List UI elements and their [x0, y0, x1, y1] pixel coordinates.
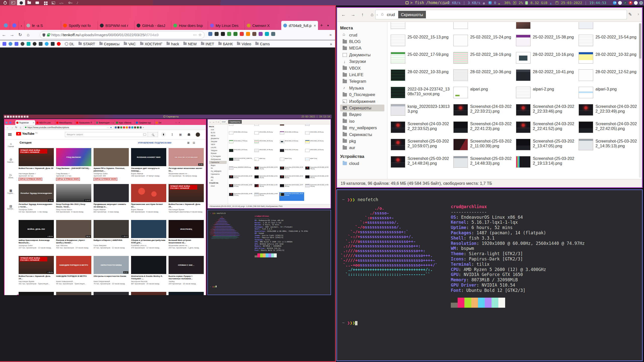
- file-item[interactable]: 28-02-2022_10-33.png: [390, 69, 452, 85]
- chevron-up-icon[interactable]: [550, 1, 553, 4]
- file-item[interactable]: 25-02-2022_12-14.png: [515, 22, 577, 33]
- mic-muted-icon[interactable]: [483, 1, 486, 4]
- sidebar-item-aur[interactable]: aur: [340, 145, 387, 151]
- browser-tab[interactable]: d704a9_full.p×: [281, 21, 318, 30]
- bookmark-favicon-2[interactable]: [9, 42, 12, 46]
- file-item[interactable]: Screenshot-(24-03-2022_22:33:49).png: [578, 103, 639, 120]
- file-item[interactable]: ksnip_20220323-130133.png: [390, 103, 452, 120]
- sidebar-item-Загрузки[interactable]: Загрузки: [340, 58, 387, 65]
- workspace-power[interactable]: [1, 0, 9, 6]
- sidebar-item-pkg[interactable]: pkg: [340, 138, 387, 144]
- home-button[interactable]: ⌂: [24, 32, 32, 37]
- browser-tab[interactable]: Сменил X: [245, 21, 281, 30]
- workspace-terminal[interactable]: [9, 0, 17, 6]
- fm-scrollbar-thumb[interactable]: [639, 23, 641, 59]
- sidebar-item-0_Последнее[interactable]: 0_Последнее: [340, 92, 387, 98]
- volume-icon[interactable]: [499, 1, 502, 4]
- firefox-titlebar[interactable]: ‹ le -a SSpotify not foBSPWM not rGitHub…: [0, 6, 335, 30]
- sidebar-item-Telegram[interactable]: Telegram: [340, 78, 387, 85]
- workspace-chat[interactable]: [33, 0, 41, 6]
- file-item[interactable]: Screenshot-(25-03-2022_11:00:39).png: [453, 138, 514, 155]
- tracking-shield-icon[interactable]: [43, 33, 45, 37]
- workspace-code[interactable]: [57, 0, 65, 6]
- bookmark-item[interactable]: hack: [167, 42, 179, 46]
- sidebar-item-MEGA[interactable]: MEGA: [340, 45, 387, 52]
- workspace-key[interactable]: [65, 0, 73, 6]
- breadcrumb-current[interactable]: Скриншоты: [398, 11, 426, 18]
- bookmark-favicon-7[interactable]: [39, 42, 43, 46]
- extension-icon-1[interactable]: [208, 32, 212, 36]
- thermometer-tray-icon[interactable]: [618, 1, 622, 5]
- file-item[interactable]: Screenshot-(24-03-2022_22:41:52).png: [515, 121, 577, 137]
- workspace-windows[interactable]: [41, 0, 49, 6]
- file-item[interactable]: Screenshot-(25-03-2022_19:13:14).png: [515, 155, 577, 172]
- bookmark-favicon-1[interactable]: [3, 42, 6, 46]
- sidebar-item-iso[interactable]: iso: [340, 118, 387, 124]
- pinned-tab-mastodon[interactable]: [10, 21, 19, 30]
- bookmark-item[interactable]: START: [78, 42, 95, 46]
- extension-icon-9[interactable]: [259, 32, 263, 36]
- file-item[interactable]: alpari-3.png: [578, 86, 639, 103]
- browser-tab[interactable]: How does bsp: [171, 21, 208, 30]
- bookmark-item[interactable]: VAC: [124, 42, 136, 46]
- workspace-folder[interactable]: [25, 0, 33, 6]
- pinned-tab-endeavouros[interactable]: [2, 21, 10, 30]
- path-forward-icon[interactable]: ›: [638, 12, 639, 16]
- bookmark-favicon-6[interactable]: [33, 42, 36, 46]
- browser-tab[interactable]: le -a S: [24, 21, 61, 30]
- tab-list-icon[interactable]: ▾: [325, 21, 331, 30]
- file-item[interactable]: alpari.png: [453, 86, 514, 103]
- file-item[interactable]: 24-02-2022_21-34.png: [390, 22, 452, 33]
- bookmark-item[interactable]: Cams: [255, 42, 270, 46]
- notification-icon[interactable]: [489, 1, 492, 4]
- file-item[interactable]: 28-02-2022_12-52.png: [578, 69, 639, 85]
- file-item[interactable]: Screenshot-(25-03-2022_14:48:33).png: [453, 155, 514, 172]
- workspace-music[interactable]: [73, 0, 82, 6]
- extension-icon-4[interactable]: [227, 32, 231, 36]
- file-item[interactable]: 25-02-2022_15-24.png: [453, 34, 514, 51]
- bookmark-item[interactable]: Сервисы: [99, 42, 119, 46]
- extension-icon-3[interactable]: [221, 32, 225, 36]
- sidebar-item-VBOX[interactable]: VBOX: [340, 65, 387, 71]
- terminal-window[interactable]: ~ ❯❯❯ neofetch ./o. ./sssso- `:osssssss+…: [336, 189, 643, 361]
- pin-tray-icon[interactable]: [634, 1, 638, 5]
- file-item[interactable]: Screenshot-(24-03-2022_22:33:21).png: [453, 103, 514, 120]
- bookmark-favicon-3[interactable]: [15, 42, 18, 46]
- bookmark-star-icon[interactable]: ☆: [198, 33, 202, 37]
- new-tab-button[interactable]: +: [318, 21, 325, 30]
- reload-button[interactable]: ↻: [16, 32, 24, 37]
- workspace-image[interactable]: [49, 0, 57, 6]
- sidebar-item-crud[interactable]: crud: [340, 32, 387, 38]
- network-tray-icon[interactable]: ▾: [639, 1, 643, 5]
- sidebar-item-Скринкасты[interactable]: Скринкасты: [340, 131, 387, 138]
- device-item-cloud[interactable]: cloud: [340, 160, 387, 167]
- file-item[interactable]: 25-02-2022_17-59.png: [390, 51, 452, 68]
- extension-icon-5[interactable]: [233, 32, 237, 36]
- shield-check-tray-icon[interactable]: ✓: [623, 1, 627, 5]
- bookmark-item[interactable]: DL: [65, 42, 74, 46]
- bookmark-item[interactable]: БАНК: [218, 42, 233, 46]
- sidebar-item-Видео[interactable]: Видео: [340, 111, 387, 118]
- browser-tab[interactable]: BSPWM not r: [98, 21, 134, 30]
- extension-icon-11[interactable]: [271, 32, 275, 36]
- file-item[interactable]: 2022-03-24-223742_1308x710_scrot.png: [390, 86, 452, 103]
- bookmark-item[interactable]: INET: [201, 42, 214, 46]
- extension-icon-6[interactable]: [240, 32, 244, 36]
- extension-icon-2[interactable]: [215, 32, 219, 36]
- file-item[interactable]: 25-02-2022_13-11.png: [578, 22, 639, 33]
- file-item[interactable]: Screenshot-(24-03-2022_22:41:23).png: [453, 121, 514, 137]
- sidebar-item-Музыка[interactable]: Музыка: [340, 85, 387, 91]
- extension-icon-7[interactable]: [246, 32, 250, 36]
- file-item[interactable]: 24-03-2022_20-43.png: [453, 22, 514, 33]
- file-item[interactable]: 25-02-2022_18-19.png: [453, 51, 514, 68]
- url-bar[interactable]: https://tenkoff.ru/uploads/images/00/00/…: [40, 31, 205, 39]
- fm-forward-button[interactable]: →: [349, 11, 357, 19]
- file-item[interactable]: alpari-2.png: [515, 86, 577, 103]
- fm-back-button[interactable]: ←: [340, 11, 347, 19]
- fm-path-bar[interactable]: ‹ crud Скриншоты: [375, 10, 627, 19]
- forward-button[interactable]: →: [8, 32, 16, 37]
- file-item[interactable]: 25-02-2022_15-54.png: [578, 34, 639, 51]
- edit-path-icon[interactable]: ✎: [628, 12, 632, 17]
- back-button[interactable]: ←: [0, 32, 8, 37]
- file-item[interactable]: 25-02-2022_15-38.png: [515, 34, 577, 51]
